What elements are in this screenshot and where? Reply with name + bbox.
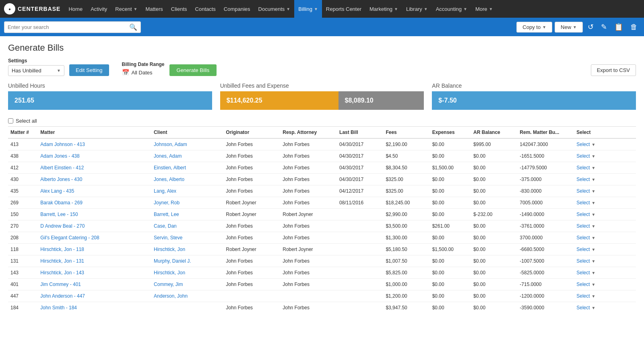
cell-select[interactable]: Select ▼ (574, 220, 636, 232)
select-caret-icon[interactable]: ▼ (592, 259, 596, 263)
cell-matter[interactable]: Barrett, Lee - 150 (38, 209, 151, 220)
select-link[interactable]: Select (576, 165, 590, 171)
cell-matter[interactable]: D Andrew Beal - 270 (38, 220, 151, 232)
cell-client[interactable]: Jones, Alberto (151, 174, 223, 185)
select-link[interactable]: Select (576, 270, 590, 276)
select-link[interactable]: Select (576, 142, 590, 147)
cell-client[interactable]: Anderson, John (151, 290, 223, 302)
cell-select[interactable]: Select ▼ (574, 279, 636, 290)
nav-item-contacts[interactable]: Contacts (191, 0, 220, 18)
cell-select[interactable]: Select ▼ (574, 138, 636, 150)
select-caret-icon[interactable]: ▼ (592, 154, 596, 158)
new-button[interactable]: New ▼ (555, 22, 583, 33)
select-caret-icon[interactable]: ▼ (592, 282, 596, 287)
select-caret-icon[interactable]: ▼ (592, 189, 596, 193)
cell-select[interactable]: Select ▼ (574, 290, 636, 302)
cell-client[interactable]: Hirschtick, Jon (151, 244, 223, 255)
select-caret-icon[interactable]: ▼ (592, 224, 596, 228)
cell-matter[interactable]: Hirschtick, Jon - 118 (38, 244, 151, 255)
cell-select[interactable]: Select ▼ (574, 255, 636, 267)
refresh-button[interactable]: ↺ (585, 21, 596, 33)
cell-matter[interactable]: Alberto Jones - 430 (38, 174, 151, 185)
cell-client[interactable]: Servin, Steve (151, 232, 223, 244)
search-box[interactable]: 🔍 (4, 21, 141, 33)
nav-item-accounting[interactable]: Accounting▼ (432, 0, 471, 18)
cell-matter[interactable]: Jim Commey - 401 (38, 279, 151, 290)
select-link[interactable]: Select (576, 282, 590, 287)
select-link[interactable]: Select (576, 200, 590, 206)
cell-client[interactable] (151, 302, 223, 312)
select-caret-icon[interactable]: ▼ (592, 201, 596, 205)
nav-item-companies[interactable]: Companies (220, 0, 254, 18)
nav-item-documents[interactable]: Documents▼ (254, 0, 295, 18)
cell-client[interactable]: Joyner, Rob (151, 197, 223, 209)
cell-client[interactable]: Lang, Alex (151, 185, 223, 197)
cell-matter[interactable]: John Smith - 184 (38, 302, 151, 312)
cell-select[interactable]: Select ▼ (574, 197, 636, 209)
cell-select[interactable]: Select ▼ (574, 209, 636, 220)
settings-select[interactable]: Has Unbilled ▼ (8, 65, 64, 76)
select-caret-icon[interactable]: ▼ (592, 306, 596, 310)
cell-select[interactable]: Select ▼ (574, 162, 636, 174)
generate-bills-button[interactable]: Generate Bills (169, 64, 217, 76)
select-link[interactable]: Select (576, 153, 590, 159)
nav-item-recent[interactable]: Recent▼ (111, 0, 141, 18)
cell-client[interactable]: Johnson, Adam (151, 138, 223, 150)
select-link[interactable]: Select (576, 247, 590, 252)
billing-date-button[interactable]: 📅 All Dates (122, 69, 153, 76)
copy-to-button[interactable]: Copy to ▼ (516, 22, 552, 33)
search-icon[interactable]: 🔍 (129, 23, 137, 31)
select-caret-icon[interactable]: ▼ (592, 271, 596, 275)
select-all-checkbox[interactable] (8, 118, 13, 123)
select-caret-icon[interactable]: ▼ (592, 177, 596, 182)
select-caret-icon[interactable]: ▼ (592, 212, 596, 217)
cell-client[interactable]: Case, Dan (151, 220, 223, 232)
cell-select[interactable]: Select ▼ (574, 232, 636, 244)
delete-button[interactable]: 🗑 (628, 21, 640, 33)
cell-matter[interactable]: Adam Johnson - 413 (38, 138, 151, 150)
cell-matter[interactable]: Hirschtick, Jon - 143 (38, 267, 151, 279)
select-link[interactable]: Select (576, 212, 590, 217)
nav-item-clients[interactable]: Clients (167, 0, 191, 18)
export-to-csv-button[interactable]: Export to CSV (591, 64, 636, 76)
edit-button[interactable]: ✎ (599, 21, 609, 33)
cell-client[interactable]: Hirschtick, Jon (151, 267, 223, 279)
cell-select[interactable]: Select ▼ (574, 244, 636, 255)
cell-matter[interactable]: Hirschtick, Jon - 131 (38, 255, 151, 267)
select-link[interactable]: Select (576, 258, 590, 264)
cell-select[interactable]: Select ▼ (574, 185, 636, 197)
select-link[interactable]: Select (576, 223, 590, 229)
nav-item-library[interactable]: Library▼ (402, 0, 432, 18)
table-wrapper[interactable]: Matter # Matter Client Originator Resp. … (8, 127, 636, 312)
select-caret-icon[interactable]: ▼ (592, 236, 596, 240)
cell-client[interactable]: Commey, Jim (151, 279, 223, 290)
cell-matter[interactable]: Barak Obama - 269 (38, 197, 151, 209)
cell-select[interactable]: Select ▼ (574, 174, 636, 185)
nav-item-marketing[interactable]: Marketing▼ (365, 0, 402, 18)
nav-item-reports[interactable]: Reports Center (322, 0, 365, 18)
cell-select[interactable]: Select ▼ (574, 150, 636, 162)
cell-client[interactable]: Murphy, Daniel J. (151, 255, 223, 267)
nav-item-matters[interactable]: Matters (141, 0, 167, 18)
nav-item-home[interactable]: Home (64, 0, 87, 18)
search-input[interactable] (8, 24, 129, 30)
select-caret-icon[interactable]: ▼ (592, 294, 596, 298)
nav-item-more[interactable]: More▼ (471, 0, 497, 18)
cell-select[interactable]: Select ▼ (574, 267, 636, 279)
select-caret-icon[interactable]: ▼ (592, 142, 596, 147)
nav-item-billing[interactable]: Billing▼ (294, 0, 322, 18)
cell-matter[interactable]: Albert Einstien - 412 (38, 162, 151, 174)
select-link[interactable]: Select (576, 177, 590, 182)
cell-client[interactable]: Jones, Adam (151, 150, 223, 162)
select-caret-icon[interactable]: ▼ (592, 166, 596, 170)
cell-matter[interactable]: John Anderson - 447 (38, 290, 151, 302)
edit-setting-button[interactable]: Edit Setting (69, 64, 109, 76)
select-link[interactable]: Select (576, 305, 590, 311)
cell-client[interactable]: Barrett, Lee (151, 209, 223, 220)
select-link[interactable]: Select (576, 235, 590, 241)
cell-matter[interactable]: Adam Jones - 438 (38, 150, 151, 162)
nav-item-activity[interactable]: Activity (87, 0, 111, 18)
cell-client[interactable]: Einstien, Albert (151, 162, 223, 174)
calendar-button[interactable]: 📋 (612, 21, 625, 33)
select-link[interactable]: Select (576, 293, 590, 299)
